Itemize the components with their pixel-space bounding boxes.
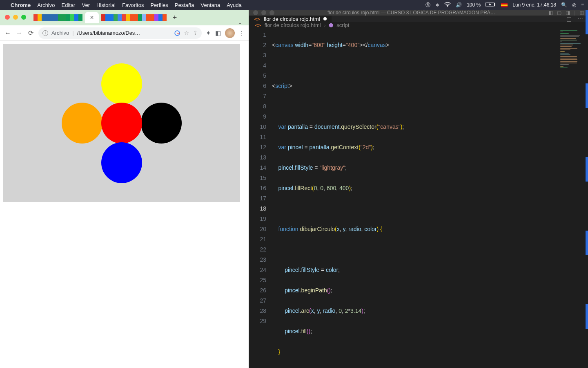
site-info-icon[interactable]: i [42,30,48,36]
menu-perfiles[interactable]: Perfiles [150,2,168,8]
split-editor-icon[interactable]: ◫ [566,16,572,22]
editor-tab-name: flor de círculos rojo.html [264,16,320,22]
profile-avatar[interactable] [225,28,235,38]
window-minimize-button[interactable] [13,15,18,20]
spotlight-icon[interactable]: 🔍 [561,2,567,8]
vscode-titlebar: flor de círculos rojo.html — CURSO 3 LÓG… [249,10,588,16]
circle-blue [101,142,142,183]
side-panel-icon[interactable]: ◧ [215,29,221,37]
reload-button[interactable]: ⟳ [27,29,34,37]
menu-historial[interactable]: Historial [96,2,116,8]
breadcrumb-symbol[interactable]: script [336,22,349,28]
line-gutter: 12 34 56 78 910 1112 1314 1516 1718 1920… [249,28,272,368]
menu-ayuda[interactable]: Ayuda [227,2,242,8]
window-zoom-button[interactable] [21,15,26,20]
extensions-icon[interactable]: ✦ [206,29,211,37]
circle-red [101,103,142,144]
vscode-minimize-button[interactable] [261,10,266,15]
svg-point-0 [447,6,448,7]
bookmark-icon[interactable]: ☆ [184,30,189,36]
back-button[interactable]: ← [4,29,11,37]
layout-sidebar-right-icon[interactable]: ◨ [566,10,570,16]
battery-text: 100 % [467,2,481,8]
editor-tabs: <> flor de círculos rojo.html ◫ ⋯ [249,16,588,22]
layout-panel-icon[interactable]: ▢ [557,10,561,16]
symbol-icon: ⬢ [329,22,333,28]
vscode-zoom-button[interactable] [270,10,274,15]
editor-tab-active[interactable]: <> flor de círculos rojo.html [249,16,332,22]
menu-archivo[interactable]: Archivo [37,2,55,8]
tab-active[interactable]: ✕ [85,12,99,23]
more-actions-icon[interactable]: ⋯ [577,16,583,22]
svg-rect-2 [494,3,495,6]
page-viewport [0,41,249,368]
new-tab-button[interactable]: + [169,12,180,23]
datetime[interactable]: Lun 9 ene. 17:46:18 [512,2,556,8]
tab-group-right[interactable] [100,12,168,23]
canvas-output [3,44,240,202]
menu-editar[interactable]: Editar [61,2,75,8]
control-center-icon[interactable]: ◎ [572,2,576,8]
menu-ventana[interactable]: Ventana [200,2,220,8]
html-file-icon: <> [254,16,261,22]
menu-pestana[interactable]: Pestaña [175,2,194,8]
dirty-indicator-icon [323,17,327,20]
menu-ver[interactable]: Ver [82,2,90,8]
url-scheme: Archivo [51,30,69,36]
share-icon[interactable]: ⇪ [193,30,198,36]
vscode-close-button[interactable] [253,10,258,15]
forward-button: → [16,29,23,37]
app-name[interactable]: Chrome [11,2,31,8]
volume-icon[interactable]: 🔊 [456,2,462,8]
address-bar[interactable]: i Archivo | /Users/bibianamozo/Des… ☆ ⇪ [38,27,202,39]
tab-group-left[interactable] [32,12,84,23]
tab-strip: ✕ + ⌄ [0,10,249,25]
breadcrumb[interactable]: <> flor de círculos rojo.html › ⬢ script [249,22,588,28]
layout-customize-icon[interactable]: ▥ [579,10,584,16]
url-path: /Users/bibianamozo/Des… [77,30,140,36]
battery-charging-icon[interactable] [486,2,496,8]
minimap[interactable] [559,29,587,103]
window-close-button[interactable] [5,15,10,20]
wifi-icon[interactable] [444,2,451,8]
code-content[interactable]: <canvas width="600" height="400"></canva… [272,28,588,368]
breadcrumb-file[interactable]: flor de círculos rojo.html [265,22,321,28]
chrome-window: ✕ + ⌄ ← [0,10,249,368]
input-flag-es[interactable] [501,3,508,7]
circle-yellow [101,63,142,104]
menu-favoritos[interactable]: Favoritos [122,2,144,8]
menu-extras-icon[interactable]: ≡ [581,2,584,8]
vscode-window: flor de círculos rojo.html — CURSO 3 LÓG… [249,10,588,368]
browser-toolbar: ← → ⟳ i Archivo | /Users/bibianamozo/Des… [0,25,249,41]
screen-edge-strip [586,10,588,368]
circle-orange [62,103,102,144]
circle-black [141,103,182,144]
layout-sidebar-left-icon[interactable]: ◧ [548,10,553,16]
tab-close-icon[interactable]: ✕ [90,15,94,20]
google-icon[interactable] [174,30,180,36]
vscode-title: flor de círculos rojo.html — CURSO 3 LÓG… [278,10,545,16]
html-file-icon: <> [255,22,261,28]
chrome-menu-button[interactable]: ⋮ [239,30,245,36]
tab-overflow-chevron-icon[interactable]: ⌄ [238,20,245,25]
bluetooth-icon[interactable]: ∗ [435,2,439,8]
code-editor[interactable]: 12 34 56 78 910 1112 1314 1516 1718 1920… [249,28,588,368]
macos-menubar: Chrome Archivo Editar Ver Historial Favo… [0,0,588,10]
chevron-right-icon: › [324,23,326,28]
skype-icon[interactable]: Ⓢ [425,2,430,9]
